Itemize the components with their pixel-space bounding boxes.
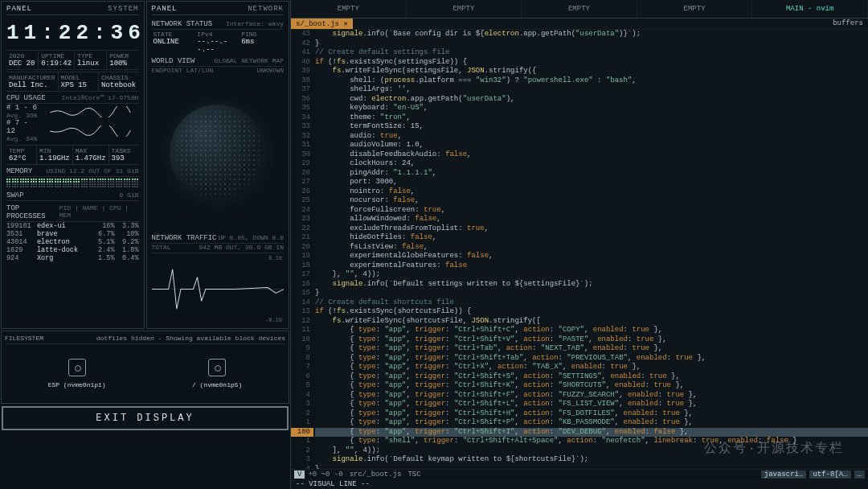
tab[interactable]: EMPTY [291, 0, 407, 18]
clock: 11:22:36 [6, 21, 139, 45]
process-table: 199101edex-ui16%3.3%3531brave6.7%10%4301… [6, 222, 139, 262]
globe-view[interactable] [152, 74, 285, 232]
status-bar: V +0 ~0 -0 src/_boot.js TSC javascri…utf… [291, 469, 868, 479]
visual-mode-label: -- VISUAL LINE -- [291, 479, 868, 489]
drive-item[interactable]: / (nvme0n1p5) [192, 359, 242, 388]
drive-item[interactable]: ESP (nvme0n1p1) [48, 359, 106, 388]
process-row[interactable]: 1629latte-dock2.4%1.8% [6, 246, 139, 254]
tab[interactable]: EMPTY [637, 0, 753, 18]
process-row[interactable]: 43014electron5.1%9.2% [6, 238, 139, 246]
network-panel: PANEL NETWORK NETWORK STATUSInterface: w… [146, 1, 290, 329]
traffic-chart: 0.10 -0.10 [152, 253, 285, 325]
panel-type: NETWORK [248, 5, 284, 13]
process-row[interactable]: 924Xorg1.5%0.4% [6, 254, 139, 262]
editor-pane: EMPTYEMPTYEMPTYEMPTYMAIN - nvim s/_boot.… [291, 0, 868, 489]
cpu-sparkline-2 [42, 125, 139, 137]
tab[interactable]: EMPTY [522, 0, 637, 18]
process-row[interactable]: 199101edex-ui16%3.3% [6, 222, 139, 230]
tab[interactable]: MAIN - nvim [752, 0, 868, 18]
fs-title: FILESYSTEM [5, 335, 43, 342]
process-row[interactable]: 3531brave6.7%10% [6, 230, 139, 238]
tab[interactable]: EMPTY [407, 0, 522, 18]
cpu-sparkline-1 [42, 106, 139, 117]
panel-label: PANEL [6, 5, 32, 13]
system-panel: PANEL SYSTEM 11:22:36 2020DEC 20 UPTIME0… [1, 1, 145, 329]
watermark: 公众号·开源技术专栏 [704, 440, 844, 457]
panel-label: PANEL [152, 5, 178, 13]
panel-type: SYSTEM [108, 5, 138, 13]
code-area[interactable]: 4342414039383736353433323130292827262524… [291, 30, 868, 469]
memory-dots [6, 179, 139, 187]
buffer-tab[interactable]: s/_boot.js ✕ [291, 18, 353, 29]
drive-icon [208, 359, 226, 376]
buffers-label[interactable]: buffers [828, 18, 868, 29]
exit-display-button[interactable]: EXIT DISPLAY [2, 406, 289, 430]
fs-subtitle: dotfiles hidden - Showing available bloc… [96, 335, 285, 342]
mode-indicator: V [294, 471, 305, 479]
filesystem-panel: FILESYSTEM dotfiles hidden - Showing ava… [1, 331, 289, 404]
tab-bar: EMPTYEMPTYEMPTYEMPTYMAIN - nvim [291, 0, 868, 18]
drive-icon [68, 359, 86, 376]
globe-icon [170, 105, 266, 201]
